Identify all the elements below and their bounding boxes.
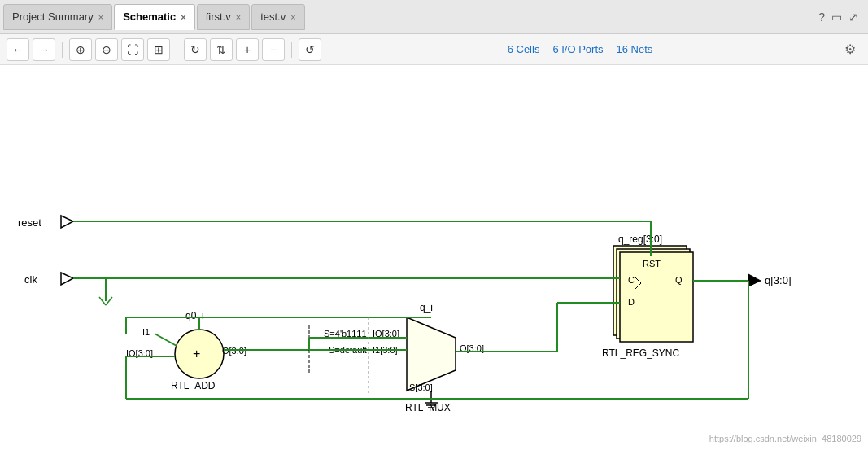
tab-close-test-v[interactable]: × (290, 12, 295, 22)
ports-stat: 6 I/O Ports (552, 43, 603, 55)
tab-right-icons: ? ▭ ⤢ (818, 11, 865, 24)
tab-first-v[interactable]: first.v × (197, 4, 251, 30)
add-button[interactable]: + (236, 38, 259, 61)
expand-icon[interactable]: ⤢ (848, 11, 858, 24)
svg-text:reset: reset (18, 216, 41, 229)
help-icon[interactable]: ? (818, 11, 825, 24)
toolbar: ← → ⊕ ⊖ ⛶ ⊞ ↻ ⇅ + − ↺ 6 Cells 6 I/O Port… (0, 34, 868, 65)
tab-close-schematic[interactable]: × (181, 12, 185, 22)
svg-text:C: C (628, 275, 635, 285)
settings-button[interactable]: ⚙ (839, 38, 861, 61)
svg-text:RTL_ADD: RTL_ADD (171, 380, 216, 391)
svg-text:D: D (628, 297, 635, 307)
separator-2 (177, 42, 177, 58)
minus-button[interactable]: − (262, 38, 285, 61)
tab-label: Project Summary (12, 11, 94, 23)
fit-button[interactable]: ⛶ (121, 38, 144, 61)
tab-label: Schematic (123, 11, 176, 23)
tab-label: first.v (206, 11, 231, 23)
schematic-canvas[interactable]: reset clk + RTL_ADD I1 IO[3:0] q0_i O[3:… (0, 65, 868, 450)
back-button[interactable]: ← (7, 38, 29, 61)
svg-text:q[3:0]: q[3:0] (765, 274, 792, 286)
svg-text:RST: RST (643, 259, 661, 269)
svg-text:clk: clk (24, 273, 37, 286)
toolbar-stats: 6 Cells 6 I/O Ports 16 Nets (508, 43, 653, 55)
select-button[interactable]: ⊞ (147, 38, 170, 61)
svg-text:q_reg[3:0]: q_reg[3:0] (618, 234, 662, 245)
svg-text:RTL_REG_SYNC: RTL_REG_SYNC (602, 347, 679, 359)
rotate-button[interactable]: ↻ (184, 38, 207, 61)
separator-3 (291, 42, 292, 58)
svg-text:Q: Q (675, 275, 683, 285)
tab-close-project-summary[interactable]: × (98, 12, 103, 22)
forward-button[interactable]: → (33, 38, 55, 61)
svg-text:q_i: q_i (420, 302, 433, 313)
cells-stat: 6 Cells (508, 43, 540, 55)
svg-rect-0 (0, 65, 868, 450)
svg-text:RTL_MUX: RTL_MUX (405, 402, 451, 413)
tab-test-v[interactable]: test.v × (251, 4, 305, 30)
svg-text:+: + (193, 347, 200, 360)
svg-text:S[3:0]: S[3:0] (409, 382, 433, 392)
svg-text:q0_i: q0_i (185, 310, 204, 321)
zoom-in-button[interactable]: ⊕ (69, 38, 92, 61)
zoom-out-button[interactable]: ⊖ (95, 38, 118, 61)
svg-text:I1: I1 (142, 327, 150, 337)
tab-close-first-v[interactable]: × (236, 12, 241, 22)
tab-project-summary[interactable]: Project Summary × (3, 4, 112, 30)
tab-schematic[interactable]: Schematic × (114, 4, 194, 30)
separator-1 (62, 42, 63, 58)
schematic-diagram: reset clk + RTL_ADD I1 IO[3:0] q0_i O[3:… (0, 65, 868, 450)
tab-bar: Project Summary × Schematic × first.v × … (0, 0, 868, 34)
flip-button[interactable]: ⇅ (210, 38, 233, 61)
restore-icon[interactable]: ▭ (831, 11, 842, 24)
refresh-button[interactable]: ↺ (299, 38, 321, 61)
watermark: https://blog.csdn.net/weixin_48180029 (709, 434, 861, 443)
nets-stat: 16 Nets (617, 43, 653, 55)
tab-label: test.v (260, 11, 286, 23)
